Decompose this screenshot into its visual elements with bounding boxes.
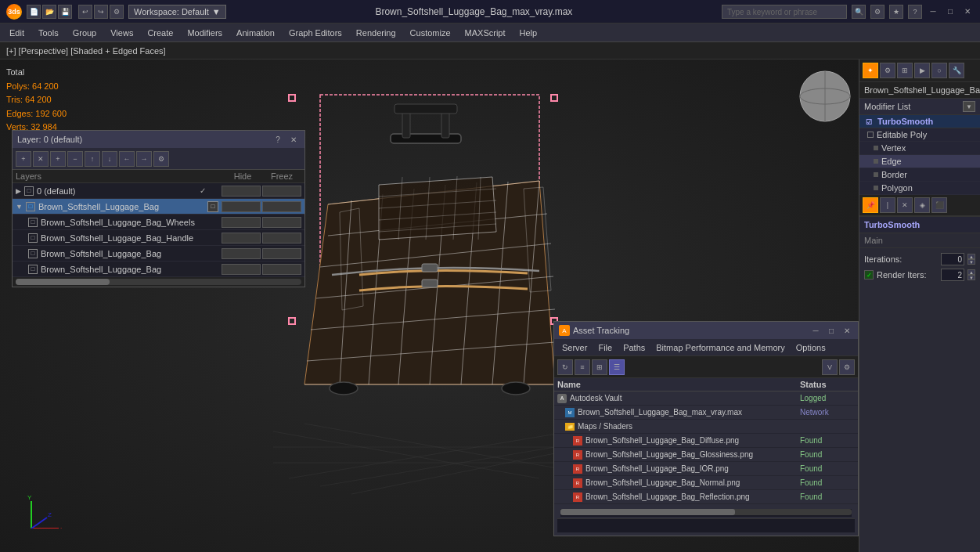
maximize-button[interactable]: □ [944,5,957,18]
modifier-sub-border[interactable]: Border [859,168,980,182]
modifier-sub-vertex[interactable]: Vertex [859,142,980,155]
layer-scrollbar-thumb[interactable] [16,279,110,285]
save-file-icon[interactable]: 💾 [58,5,72,19]
settings-icon[interactable]: ⚙ [870,5,885,19]
asset-row[interactable]: A Autodesk Vault Logged [554,391,858,406]
layer-row[interactable]: □ Brown_Softshell_Luggage_Bag [13,262,304,277]
layer-up-icon[interactable]: ↑ [85,151,100,167]
rp-vert-icon[interactable]: | [880,197,895,213]
ts-iterations-up[interactable]: ▲ [967,254,975,259]
menu-animation[interactable]: Animation [230,27,281,39]
asset-row[interactable]: R Brown_Softshell_Luggage_Bag_IOR.png Fo… [554,462,858,476]
layer-row[interactable]: ▶ □ 0 (default) ✓ [13,183,304,199]
menu-customize[interactable]: Customize [404,27,457,39]
layer-row[interactable]: □ Brown_Softshell_Luggage_Bag_Wheels [13,215,304,230]
rp-create-icon[interactable]: ✦ [863,63,878,78]
layer-right-icon[interactable]: → [136,151,152,167]
layer-left-icon[interactable]: ← [119,151,135,167]
layer-new-icon[interactable]: + [16,151,31,167]
asset-menu-file[interactable]: File [593,341,617,354]
menu-tools[interactable]: Tools [32,27,65,39]
help-icon[interactable]: ? [908,5,922,19]
asset-settings-icon[interactable]: ⚙ [839,359,855,375]
rp-wire-icon[interactable]: ✕ [897,197,913,213]
asset-row[interactable]: R Brown_Softshell_Luggage_Bag_Glossiness… [554,448,858,462]
layer-dialog[interactable]: Layer: 0 (default) ? ✕ + ✕ + − ↑ ↓ ← → ⚙… [12,130,305,287]
rp-utilities-icon[interactable]: 🔧 [949,63,964,78]
asset-menu-options[interactable]: Options [791,341,830,354]
asset-row[interactable]: R Brown_Softshell_Luggage_Bag_Reflection… [554,490,858,504]
modifier-list-dropdown[interactable]: ▼ [963,101,975,112]
asset-tracking-dialog[interactable]: A Asset Tracking ─ □ ✕ Server File Paths… [553,321,859,536]
menu-views[interactable]: Views [104,27,139,39]
viewport-preview-sphere[interactable] [796,67,851,122]
modifier-sub-edge[interactable]: Edge [859,155,980,168]
ts-render-checkbox[interactable]: ✓ [864,270,874,280]
rp-motion-icon[interactable]: ▶ [914,63,930,78]
asset-list-icon[interactable]: ≡ [575,359,590,375]
asset-menu-bitmap[interactable]: Bitmap Performance and Memory [651,341,789,354]
layer-horizontal-scrollbar[interactable] [13,277,304,287]
menu-create[interactable]: Create [141,27,179,39]
layer-options-icon[interactable]: ⚙ [153,151,169,167]
asset-refresh-icon[interactable]: ↻ [557,359,573,375]
menu-graph-editors[interactable]: Graph Editors [283,27,348,39]
close-button[interactable]: ✕ [961,5,974,18]
layer-checkbox[interactable]: □ [207,201,218,212]
asset-row[interactable]: M Brown_Softshell_Luggage_Bag_max_vray.m… [554,406,858,420]
asset-row[interactable]: R Brown_Softshell_Luggage_Bag_Normal.png… [554,476,858,490]
layer-close-button[interactable]: ✕ [287,133,300,146]
asset-scrollbar-thumb[interactable] [560,509,735,515]
asset-minimize-button[interactable]: ─ [809,324,822,337]
search-box[interactable]: Type a keyword or phrase [722,5,847,19]
menu-edit[interactable]: Edit [3,27,31,39]
search-icon[interactable]: 🔍 [852,5,866,19]
modifier-sub-polygon[interactable]: Polygon [859,182,980,195]
asset-menu-server[interactable]: Server [557,341,592,354]
asset-menu-paths[interactable]: Paths [618,341,650,354]
menu-help[interactable]: Help [513,27,544,39]
asset-row[interactable]: 📁 Maps / Shaders [554,420,858,434]
layer-delete-icon[interactable]: ✕ [33,151,49,167]
layer-add-icon[interactable]: + [50,151,66,167]
minimize-button[interactable]: ─ [927,5,939,18]
rp-shaded-icon[interactable]: ◈ [914,197,930,213]
asset-row[interactable]: R Brown_Softshell_Luggage_Bag_Diffuse.pn… [554,434,858,448]
asset-grid-icon[interactable]: ⊞ [592,359,607,375]
modifier-editable-poly[interactable]: Editable Poly [859,128,980,142]
layer-help-button[interactable]: ? [272,133,284,146]
asset-vault-icon[interactable]: V [822,359,838,375]
menu-rendering[interactable]: Rendering [350,27,402,39]
layer-down-icon[interactable]: ↓ [102,151,117,167]
undo-icon[interactable]: ↩ [78,5,92,19]
asset-detail-icon[interactable]: ☰ [609,359,625,375]
viewport-area[interactable]: Total Polys: 64 200 Tris: 64 200 Edges: … [0,60,859,552]
bookmark-icon[interactable]: ★ [889,5,903,19]
ts-render-iters-input[interactable] [941,269,964,281]
asset-horizontal-scrollbar[interactable] [560,509,852,517]
open-file-icon[interactable]: 📂 [42,5,56,19]
new-file-icon[interactable]: 📄 [27,5,41,19]
menu-maxscript[interactable]: MAXScript [459,27,512,39]
tool1-icon[interactable]: ⚙ [110,5,124,19]
rp-display-icon[interactable]: ○ [931,63,947,78]
rp-tex-icon[interactable]: ⬛ [931,197,947,213]
ts-iterations-input[interactable] [941,253,964,265]
workspace-dropdown[interactable]: Workspace: Default ▼ [128,5,226,19]
ts-render-down[interactable]: ▼ [967,275,975,280]
asset-close-button[interactable]: ✕ [841,324,853,337]
ts-render-up[interactable]: ▲ [967,269,975,275]
layer-row[interactable]: □ Brown_Softshell_Luggage_Bag_Handle [13,230,304,246]
rp-hierarchy-icon[interactable]: ⊞ [897,63,913,78]
modifier-turbosmooth[interactable]: ☑ TurboSmooth [859,115,980,128]
layer-remove-icon[interactable]: − [67,151,83,167]
layer-row[interactable]: ▼ □ Brown_Softshell_Luggage_Bag □ [13,199,304,215]
ts-iterations-down[interactable]: ▼ [967,259,975,265]
menu-group[interactable]: Group [67,27,103,39]
rp-pin-icon[interactable]: 📌 [863,197,878,213]
layer-row[interactable]: □ Brown_Softshell_Luggage_Bag [13,246,304,262]
redo-icon[interactable]: ↪ [94,5,108,19]
rp-modify-icon[interactable]: ⚙ [880,63,895,78]
menu-modifiers[interactable]: Modifiers [181,27,229,39]
asset-maximize-button[interactable]: □ [825,324,838,337]
